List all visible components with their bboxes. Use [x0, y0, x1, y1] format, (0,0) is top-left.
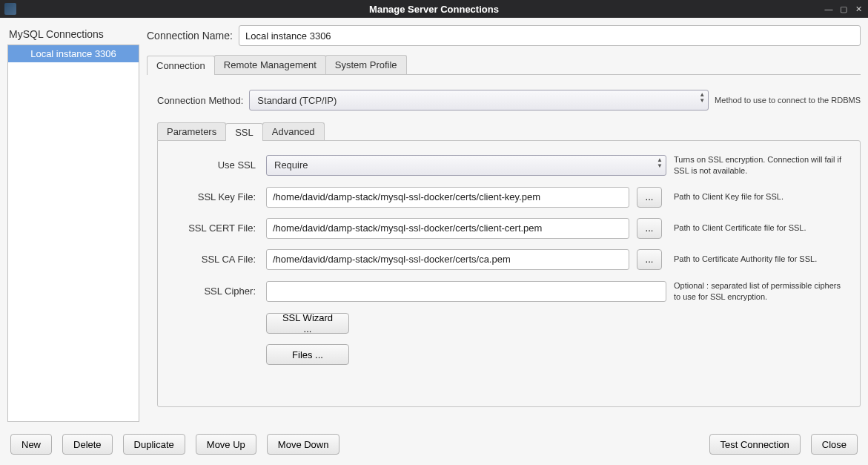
ssl-cert-help: Path to Client Certificate file for SSL. — [674, 222, 848, 234]
ssl-key-help: Path to Client Key file for SSL. — [674, 191, 848, 202]
connection-list[interactable]: Local instance 3306 — [7, 44, 139, 422]
ssl-key-label: SSL Key File: — [170, 191, 259, 202]
new-button[interactable]: New — [10, 434, 52, 455]
ssl-cert-label: SSL CERT File: — [170, 222, 259, 234]
use-ssl-label: Use SSL — [170, 159, 259, 171]
ssl-cipher-label: SSL Cipher: — [170, 286, 259, 297]
chevron-updown-icon: ▲▼ — [657, 157, 663, 169]
tab-connection[interactable]: Connection — [147, 56, 215, 75]
test-connection-button[interactable]: Test Connection — [709, 434, 801, 455]
delete-button[interactable]: Delete — [62, 434, 113, 455]
subtab-parameters[interactable]: Parameters — [157, 122, 226, 140]
moveup-button[interactable]: Move Up — [196, 434, 256, 455]
ssl-cert-input[interactable] — [266, 218, 629, 239]
tab-system-profile[interactable]: System Profile — [325, 55, 407, 74]
close-button[interactable]: Close — [811, 434, 858, 455]
ssl-ca-help: Path to Certificate Authority file for S… — [674, 254, 848, 265]
ssl-cert-browse-button[interactable]: ... — [637, 218, 662, 239]
subtab-advanced[interactable]: Advanced — [262, 122, 325, 140]
connection-method-select[interactable]: Standard (TCP/IP) ▲▼ — [249, 90, 709, 111]
use-ssl-help: Turns on SSL encryption. Connection will… — [674, 154, 848, 177]
chevron-updown-icon: ▲▼ — [699, 92, 705, 104]
use-ssl-select[interactable]: Require ▲▼ — [266, 155, 666, 176]
connection-name-label: Connection Name: — [147, 30, 233, 42]
sidebar-header: MySQL Connections — [7, 25, 139, 44]
sub-tabs: Parameters SSL Advanced — [157, 122, 861, 140]
ssl-wizard-button[interactable]: SSL Wizard ... — [266, 313, 349, 334]
connection-name-input[interactable] — [239, 25, 861, 46]
footer: New Delete Duplicate Move Up Move Down T… — [0, 426, 868, 465]
tab-remote-management[interactable]: Remote Management — [214, 55, 326, 74]
connection-method-help: Method to use to connect to the RDBMS — [715, 96, 861, 105]
ssl-ca-label: SSL CA File: — [170, 254, 259, 265]
ssl-key-browse-button[interactable]: ... — [637, 187, 662, 208]
ssl-ca-browse-button[interactable]: ... — [637, 249, 662, 270]
ssl-key-input[interactable] — [266, 187, 629, 208]
connection-method-label: Connection Method: — [157, 95, 243, 106]
window-title: Manage Server Connections — [0, 4, 868, 15]
files-button[interactable]: Files ... — [266, 344, 349, 365]
connection-method-value: Standard (TCP/IP) — [257, 95, 337, 106]
subtab-ssl[interactable]: SSL — [225, 123, 263, 141]
sidebar: MySQL Connections Local instance 3306 — [7, 25, 139, 422]
duplicate-button[interactable]: Duplicate — [123, 434, 185, 455]
sidebar-item-connection[interactable]: Local instance 3306 — [8, 45, 139, 62]
movedown-button[interactable]: Move Down — [267, 434, 340, 455]
titlebar: Manage Server Connections — ▢ ✕ — [0, 0, 868, 18]
ssl-pane: Use SSL Require ▲▼ Turns on SSL encrypti… — [157, 140, 861, 407]
use-ssl-value: Require — [274, 159, 308, 171]
ssl-cipher-help: Optional : separated list of permissible… — [674, 280, 848, 303]
main-tabs: Connection Remote Management System Prof… — [147, 55, 861, 75]
ssl-ca-input[interactable] — [266, 249, 629, 270]
ssl-cipher-input[interactable] — [266, 281, 666, 302]
